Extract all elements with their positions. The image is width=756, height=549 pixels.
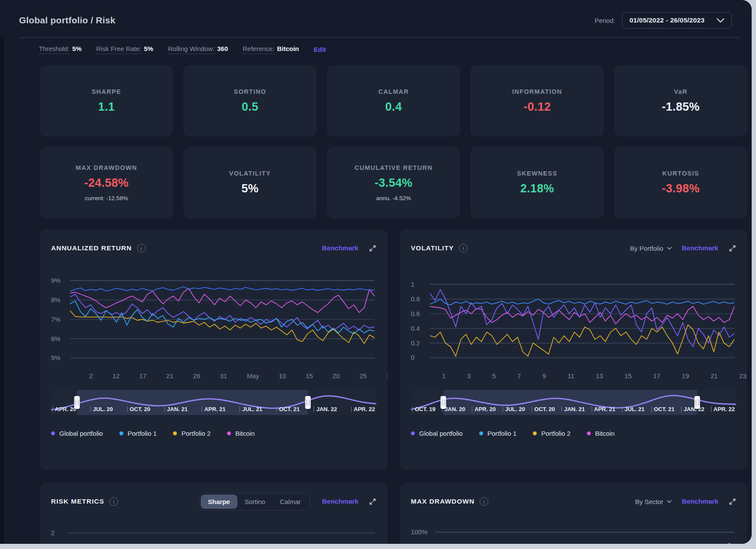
volatility-x-axis: 1357911131517192123 [430,372,747,380]
max-drawdown-chart-card: MAX DRAWDOWNiBy SectorBenchmark100%80% [400,483,747,544]
legend-dot [411,431,415,435]
filter-value: 360 [217,45,228,52]
slider-handle-left[interactable] [441,396,446,409]
max-drawdown-series-2 [435,543,734,544]
y-tick-label: 6% [51,335,61,342]
annualized-return-series-1 [70,288,375,313]
tab-calmar[interactable]: Calmar [272,495,308,509]
metric-label: CUMULATIVE RETURN [355,164,433,171]
by-portfolio-dropdown[interactable]: By Portfolio [630,245,672,252]
metric-card-cumulative-return: CUMULATIVE RETURN-3.54%annu. -4.52% [327,147,460,218]
info-icon[interactable]: i [137,244,146,252]
slider-tick-label: JAN. 22 [314,406,337,412]
slider-handle-right[interactable] [305,396,311,409]
legend-item-global-portfolio[interactable]: Global portfolio [51,430,103,437]
x-tick-label: 15 [625,372,632,380]
y-tick-label: 9% [51,277,61,284]
volatility-range-slider[interactable]: OCT. 19JAN. 20APR. 20JUL. 20OCT. 20JAN. … [411,390,736,415]
y-tick-label: 8% [51,296,61,303]
slider-handle-right[interactable] [694,396,700,409]
benchmark-toggle[interactable]: Benchmark [682,498,718,505]
y-tick-label: 7% [51,316,61,323]
y-tick-label: 100% [411,528,427,536]
slider-tick-label: APR. 21 [592,406,615,412]
x-tick-label: 17 [653,372,660,380]
benchmark-toggle[interactable]: Benchmark [682,244,718,252]
x-tick-label: 10 [279,372,286,380]
filter-item-1[interactable]: Threshold:5% [39,45,82,54]
legend-label: Bitcoin [595,430,615,437]
filter-value: 5% [144,45,154,52]
legend-item-portfolio-2[interactable]: Portfolio 2 [173,430,211,437]
benchmark-toggle[interactable]: Benchmark [322,498,359,505]
x-tick-label: May [247,372,259,380]
slider-tick-label: APR. 21 [202,406,225,412]
legend-label: Bitcoin [235,430,255,437]
slider-tick-label: JUL. 21 [240,406,262,412]
legend-dot [51,431,55,435]
expand-icon[interactable] [369,498,376,505]
metric-value: -1.85% [662,100,699,114]
chart-controls: By PortfolioBenchmark [630,244,736,252]
metric-value: 2.18% [520,182,554,195]
filter-value: 5% [72,45,82,52]
x-tick-label: 25 [359,372,367,380]
x-tick-label: 2 [89,372,93,380]
app-header: Global portfolio / Risk Period: 01/05/20… [0,0,752,33]
slider-tick-label: JAN. 21 [561,406,585,412]
legend-item-bitcoin[interactable]: Bitcoin [587,430,615,437]
legend-item-portfolio-2[interactable]: Portfolio 2 [533,430,570,437]
dropdown-label: By Sector [635,498,663,505]
metric-card-skewness: SKEWNESS2.18% [471,147,604,218]
period-selector[interactable]: 01/05/2022 - 26/05/2023 [622,12,732,29]
x-tick-label: 3 [467,372,471,380]
annualized-return-chart-card: ANNUALIZED RETURNiBenchmark9%8%7%6%5%212… [40,230,388,470]
risk-metrics-plot-svg [68,528,375,544]
info-icon[interactable]: i [459,244,468,252]
filter-item-3[interactable]: Rolling Window:360 [168,45,228,54]
metric-cards-row-2: MAX DRAWDOWN-24.58%current: -12.58%VOLAT… [40,147,747,218]
legend-item-global-portfolio[interactable]: Global portfolio [411,430,463,437]
legend-label: Portfolio 2 [181,430,211,437]
metric-card-kurtosis: KURTOSIS-3.98% [614,147,747,218]
benchmark-toggle[interactable]: Benchmark [322,244,359,252]
chevron-down-icon [717,18,724,23]
annualized-return-plot-svg [70,277,375,364]
annualized-return-range-slider[interactable]: APR. 20JUL. 20OCT. 20JAN. 21APR. 21JUL. … [51,390,376,415]
max-drawdown-plot: 100%80% [411,528,736,544]
chart-header: VOLATILITYiBy PortfolioBenchmark [411,241,736,255]
x-tick-label: 31 [220,372,227,380]
metric-label: VOLATILITY [229,170,271,177]
edit-filters-link[interactable]: Edit [314,46,326,53]
slider-handle-left[interactable] [74,396,80,409]
metric-label: CALMAR [378,88,409,95]
chart-title: RISK METRICS [51,498,104,505]
period-label: Period: [595,17,615,24]
slider-tick-labels: APR. 20JUL. 20OCT. 20JAN. 21APR. 21JUL. … [51,406,376,412]
metric-value: 0.5 [242,100,258,114]
legend-label: Portfolio 2 [541,430,570,437]
filter-label: Reference: [243,45,274,54]
info-icon[interactable]: i [480,497,488,506]
legend-item-bitcoin[interactable]: Bitcoin [227,430,255,437]
by-sector-dropdown[interactable]: By Sector [635,498,672,505]
metric-value: 1.1 [98,100,115,114]
expand-icon[interactable] [729,245,736,252]
legend-item-portfolio-1[interactable]: Portfolio 1 [479,430,517,437]
metric-value: -3.54% [375,176,412,190]
legend-dot [227,431,231,435]
risk-metrics-chart-card: RISK METRICSiSharpeSortinoCalmarBenchmar… [40,483,388,544]
tab-sortino[interactable]: Sortino [237,495,273,509]
tab-sharpe[interactable]: Sharpe [201,495,237,509]
expand-icon[interactable] [369,245,376,252]
filter-item-4[interactable]: Reference:Bitcoin [243,45,299,54]
expand-icon[interactable] [729,498,736,505]
chart-title-group: ANNUALIZED RETURNi [51,244,310,252]
x-tick-label: 26 [193,372,200,380]
info-icon[interactable]: i [109,497,118,506]
filter-label: Risk Free Rate: [96,45,141,54]
filter-item-2[interactable]: Risk Free Rate:5% [96,45,154,54]
chart-title: ANNUALIZED RETURN [51,244,132,252]
x-tick-label: 15 [306,372,313,380]
legend-item-portfolio-1[interactable]: Portfolio 1 [119,430,157,437]
